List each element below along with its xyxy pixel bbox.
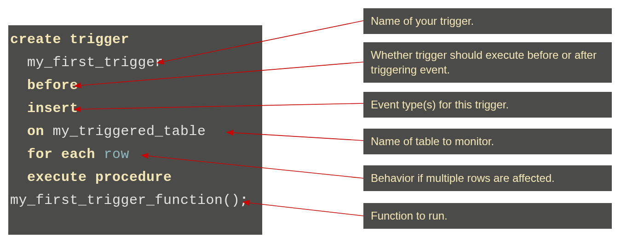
kw-on: on	[10, 124, 53, 139]
kw-create-trigger: create trigger	[10, 32, 129, 47]
code-line-2: my_first_trigger	[10, 51, 262, 74]
id-trigger-name: my_first_trigger	[10, 55, 163, 70]
kw-insert: insert	[10, 101, 78, 116]
annotation-before-after: Whether trigger should execute before or…	[363, 42, 612, 83]
id-table-name: my_triggered_table	[53, 124, 206, 139]
annotation-text: Name of table to monitor.	[371, 135, 494, 147]
annotation-table-name: Name of table to monitor.	[363, 129, 612, 154]
annotation-event-types: Event type(s) for this trigger.	[363, 92, 612, 118]
semicolon: ;	[240, 192, 249, 208]
code-panel: create trigger my_first_trigger before i…	[8, 25, 262, 235]
annotation-text: Name of your trigger.	[371, 15, 474, 27]
code-line-8: my_first_trigger_function();	[10, 189, 262, 212]
annotation-for-each-row: Behavior if multiple rows are affected.	[363, 165, 612, 191]
annotation-trigger-name: Name of your trigger.	[363, 8, 612, 34]
code-line-3: before	[10, 74, 262, 97]
annotation-text: Function to run.	[371, 209, 448, 222]
code-line-6: for each row	[10, 143, 262, 166]
code-line-1: create trigger	[10, 28, 262, 51]
kw-execute-procedure: execute procedure	[10, 170, 172, 185]
code-line-4: insert	[10, 97, 262, 120]
annotation-function: Function to run.	[363, 203, 612, 229]
annotation-text: Whether trigger should execute before or…	[371, 49, 597, 76]
kw-for-each: for each	[10, 147, 104, 162]
code-line-7: execute procedure	[10, 166, 262, 189]
kw-before: before	[10, 78, 78, 93]
code-line-5: on my_triggered_table	[10, 120, 262, 143]
kw-row: row	[104, 147, 130, 162]
id-function-call: my_first_trigger_function()	[10, 192, 240, 208]
annotation-text: Behavior if multiple rows are affected.	[371, 172, 555, 184]
annotation-text: Event type(s) for this trigger.	[371, 98, 509, 111]
